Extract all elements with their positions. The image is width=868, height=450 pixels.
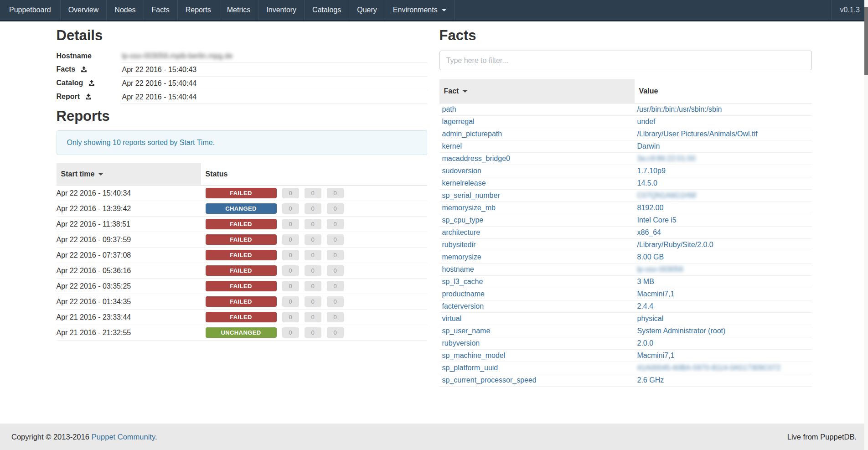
fact-value-link[interactable]: 3a:c9:86:22:01:00: [637, 155, 696, 162]
scrollbar-thumb[interactable]: [864, 7, 868, 75]
fact-value-link[interactable]: physical: [637, 315, 664, 322]
puppetboard-page: Puppetboard Overview Nodes Facts Reports…: [0, 0, 868, 450]
fact-value-link[interactable]: /Library/User Pictures/Animals/Owl.tif: [637, 130, 758, 138]
nav-item[interactable]: Query: [349, 0, 385, 20]
fact-value-link[interactable]: 1.7.10p9: [637, 167, 666, 175]
fact-row: facterversion 2.4.4: [439, 300, 812, 313]
nav-item[interactable]: Inventory: [258, 0, 305, 20]
puppet-community-link[interactable]: Puppet Community: [92, 433, 155, 441]
count-badge: 0: [282, 327, 299, 338]
fact-name-link[interactable]: productname: [442, 290, 485, 298]
fact-value-link[interactable]: Darwin: [637, 142, 660, 150]
fact-name-link[interactable]: sp_platform_uuid: [442, 364, 498, 372]
report-row: Apr 22 2016 - 13:39:42 CHANGED000: [57, 201, 427, 217]
upload-icon[interactable]: [81, 66, 87, 74]
nav-item[interactable]: Overview: [61, 0, 107, 20]
count-badge: 0: [282, 265, 299, 276]
fact-name-link[interactable]: sp_user_name: [442, 327, 491, 335]
facts-sort-header-fact[interactable]: Fact: [439, 79, 635, 103]
fact-value-link[interactable]: Macmini7,1: [637, 290, 675, 298]
fact-name-link[interactable]: kernel: [442, 142, 462, 150]
detail-row: Hostname lp-osx-003056.mpib-berlin.mpg.d…: [57, 50, 427, 63]
fact-value-link[interactable]: lp-osx-003056: [637, 265, 683, 273]
fact-value-link[interactable]: Intel Core i5: [637, 216, 677, 224]
caret-down-icon: [463, 90, 467, 93]
fact-value-link[interactable]: /usr/bin:/bin:/usr/sbin:/sbin: [637, 105, 722, 113]
copyright-period: .: [155, 433, 157, 441]
facts-table: Fact Value path /usr/bin:/bin:/usr/sbin:…: [439, 79, 812, 387]
fact-value-link[interactable]: /Library/Ruby/Site/2.0.0: [637, 241, 713, 248]
fact-name-link[interactable]: sp_current_processor_speed: [442, 376, 537, 384]
details-table: Hostname lp-osx-003056.mpib-berlin.mpg.d…: [57, 50, 427, 104]
fact-row: kernelrelease 14.5.0: [439, 177, 812, 190]
upload-icon[interactable]: [88, 80, 95, 88]
count-badge: 0: [327, 234, 344, 245]
fact-name-link[interactable]: rubysitedir: [442, 241, 476, 248]
fact-name-link[interactable]: sp_serial_number: [442, 191, 500, 199]
caret-down-icon: [442, 9, 446, 11]
reports-sort-header-start-time[interactable]: Start time: [57, 163, 201, 186]
count-badge: 0: [327, 250, 344, 260]
fact-value-link[interactable]: System Administrator (root): [637, 327, 726, 335]
fact-column-label: Fact: [444, 87, 459, 95]
main-content: Details Hostname lp-osx-003056.mpib-berl…: [57, 21, 812, 387]
fact-name-link[interactable]: macaddress_bridge0: [442, 155, 510, 162]
fact-name-link[interactable]: sp_cpu_type: [442, 216, 484, 224]
fact-value-link[interactable]: x86_64: [637, 228, 661, 236]
nav-item[interactable]: Reports: [178, 0, 219, 20]
details-title: Details: [57, 28, 427, 43]
scrollbar[interactable]: [864, 0, 868, 450]
facts-filter-input[interactable]: [439, 51, 812, 70]
navbar-brand[interactable]: Puppetboard: [0, 0, 61, 20]
navbar: Puppetboard Overview Nodes Facts Reports…: [0, 0, 868, 21]
upload-icon[interactable]: [85, 93, 92, 102]
fact-row: rubysitedir /Library/Ruby/Site/2.0.0: [439, 239, 812, 251]
fact-name-link[interactable]: sp_l3_cache: [442, 278, 483, 285]
fact-row: memorysize_mb 8192.00: [439, 202, 812, 214]
fact-name-link[interactable]: memorysize_mb: [442, 204, 496, 212]
nav-item[interactable]: Nodes: [107, 0, 144, 20]
nav-item[interactable]: Metrics: [219, 0, 259, 20]
fact-name-link[interactable]: architecture: [442, 228, 480, 236]
nav-item-environments-dropdown[interactable]: Environments: [385, 0, 455, 20]
caret-down-icon: [98, 173, 103, 176]
fact-name-link[interactable]: sudoversion: [442, 167, 481, 175]
fact-name-link[interactable]: memorysize: [442, 253, 481, 261]
status-column-label: Status: [206, 170, 228, 178]
fact-value-link[interactable]: 8.00 GB: [637, 253, 664, 261]
report-row: Apr 22 2016 - 09:37:59 FAILED000: [57, 232, 427, 248]
report-start-time: Apr 22 2016 - 09:37:59: [57, 232, 201, 248]
fact-name-link[interactable]: kernelrelease: [442, 179, 486, 187]
reports-header-status: Status: [201, 163, 427, 186]
detail-label: Report: [57, 93, 80, 100]
fact-value-link[interactable]: 14.5.0: [637, 179, 657, 187]
fact-value-link[interactable]: 2.6 GHz: [637, 376, 664, 384]
report-start-time: Apr 22 2016 - 03:35:25: [57, 279, 201, 294]
fact-value-link[interactable]: C07QN1A6G1HW: [637, 191, 697, 199]
fact-value-link[interactable]: Macmini7,1: [637, 352, 675, 359]
fact-row: sp_serial_number C07QN1A6G1HW: [439, 190, 812, 202]
fact-name-link[interactable]: admin_picturepath: [442, 130, 502, 138]
fact-name-link[interactable]: lagerregal: [442, 118, 475, 125]
fact-name-link[interactable]: sp_machine_model: [442, 352, 506, 359]
fact-value-link[interactable]: 41A00045-60BA-5970-8114-0A517309C072: [637, 364, 781, 372]
nav-item[interactable]: Catalogs: [305, 0, 349, 20]
fact-value-link[interactable]: undef: [637, 118, 656, 125]
fact-name-link[interactable]: path: [442, 105, 456, 113]
fact-name-link[interactable]: facterversion: [442, 302, 484, 310]
fact-row: macaddress_bridge0 3a:c9:86:22:01:00: [439, 153, 812, 165]
fact-name-link[interactable]: virtual: [442, 315, 462, 322]
fact-row: sudoversion 1.7.10p9: [439, 165, 812, 177]
fact-value-link[interactable]: 3 MB: [637, 278, 654, 285]
copyright-text: Copyright © 2013-2016: [11, 433, 89, 441]
fact-name-link[interactable]: rubyversion: [442, 339, 480, 347]
fact-name-link[interactable]: hostname: [442, 265, 474, 273]
nav-item[interactable]: Facts: [144, 0, 178, 20]
fact-row: sp_cpu_type Intel Core i5: [439, 214, 812, 227]
fact-value-link[interactable]: 8192.00: [637, 204, 664, 212]
facts-header-value: Value: [635, 79, 812, 103]
fact-value-link[interactable]: 2.0.0: [637, 339, 654, 347]
count-badge: 0: [305, 327, 321, 338]
fact-value-link[interactable]: 2.4.4: [637, 302, 654, 310]
status-badge: FAILED: [206, 281, 277, 291]
